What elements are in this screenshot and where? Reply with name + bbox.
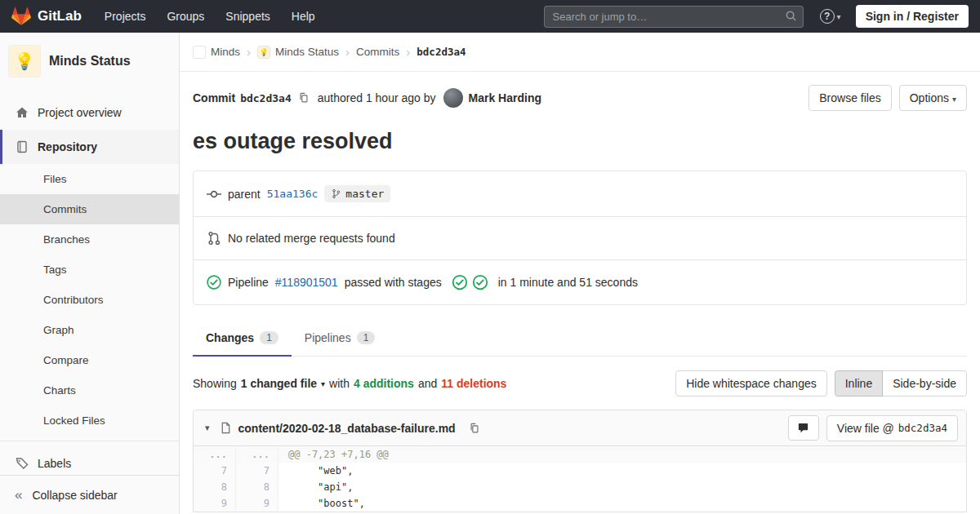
merge-request-icon [207,231,221,246]
comment-icon [797,422,809,434]
sidebar-item-repository[interactable]: Repository [0,130,179,164]
chevron-right-icon: › [345,45,350,59]
new-line-number[interactable]: 9 [236,495,278,512]
main-area: Minds › 💡 Minds Status › Commits › bdc2d… [180,0,980,512]
brand-name: GitLab [38,8,82,24]
sidebar-subitem-charts[interactable]: Charts [0,375,179,405]
tab-pipelines[interactable]: Pipelines 1 [292,321,389,357]
file-icon [220,422,232,434]
sidebar-subitem-graph[interactable]: Graph [0,315,179,345]
commit-actions: Browse files Options▾ [808,85,967,111]
commit-meta-row: Commit bdc2d3a4 authored 1 hour ago by M… [193,85,967,111]
tab-label: Changes [206,331,254,344]
new-line-number[interactable]: 8 [236,479,278,495]
sidebar-subitem-contributors[interactable]: Contributors [0,285,179,315]
diff-context-line: 7 7 "web", [194,463,966,479]
diff-view-controls: Hide whitespace changes Inline Side-by-s… [675,370,967,397]
commit-sha: bdc2d3a4 [240,92,292,104]
sidebar-subitem-commits[interactable]: Commits [0,194,179,224]
commit-icon [207,187,221,202]
diff-file-header: ▾ content/2020-02-18_database-failure.md… [194,410,966,446]
old-line-number[interactable]: 9 [194,495,236,512]
breadcrumb-current-sha: bdc2d3a4 [416,46,466,58]
new-line-number: ... [236,446,278,463]
branch-badge[interactable]: master [324,185,390,202]
diff-file-path[interactable]: content/2020-02-18_database-failure.md [238,422,456,435]
diff-hunk-line: ... ... @@ -7,23 +7,16 @@ [194,446,966,463]
branch-name: master [345,188,384,200]
parent-sha-link[interactable]: 51aa136c [267,188,318,200]
breadcrumb-minds[interactable]: Minds [193,46,240,59]
home-icon [16,106,29,119]
sidebar-subitem-tags[interactable]: Tags [0,255,179,285]
global-search [544,6,804,28]
sidebar-subitem-files[interactable]: Files [0,164,179,194]
side-by-side-view-button[interactable]: Side-by-side [882,370,967,397]
no-merge-requests-text: No related merge requests found [228,232,395,245]
new-line-number[interactable]: 7 [236,463,278,479]
sidebar-item-label: Project overview [38,106,122,119]
changed-files-dropdown[interactable]: 1 changed file [241,377,317,390]
navbar-links: Projects Groups Snippets Help [105,10,315,23]
project-avatar[interactable]: 💡 [8,45,41,78]
pipeline-success-icon[interactable] [207,275,221,290]
search-input[interactable] [544,6,804,28]
nav-link-help[interactable]: Help [292,10,315,23]
inline-view-button[interactable]: Inline [835,370,883,397]
old-line-number: ... [194,446,236,463]
collapse-sidebar-button[interactable]: « Collapse sidebar [0,475,179,514]
old-line-number[interactable]: 8 [194,479,236,495]
diff-file-card: ▾ content/2020-02-18_database-failure.md… [193,410,967,512]
view-file-button[interactable]: View file @ bdc2d3a4 [826,415,958,441]
commit-tabs: Changes 1 Pipelines 1 [193,321,967,357]
help-dropdown[interactable]: ? ▾ [820,9,841,24]
nav-link-projects[interactable]: Projects [105,10,146,23]
sidebar-subitem-locked-files[interactable]: Locked Files [0,405,179,436]
project-name[interactable]: Minds Status [49,54,131,69]
nav-link-snippets[interactable]: Snippets [225,10,270,23]
authored-text: authored 1 hour ago by [318,91,436,104]
pipeline-id-link[interactable]: #118901501 [275,276,338,289]
gitlab-logo[interactable]: GitLab [11,7,82,26]
sidebar-subitem-compare[interactable]: Compare [0,345,179,375]
author-avatar[interactable] [443,88,463,108]
author-name[interactable]: Mark Harding [469,91,541,104]
search-icon[interactable] [785,10,797,24]
old-line-number[interactable]: 7 [194,463,236,479]
copy-sha-icon[interactable] [298,92,310,104]
diff-mode-toggle: Inline Side-by-side [835,370,967,397]
sidebar-subitem-branches[interactable]: Branches [0,224,179,255]
stage-success-icon[interactable] [472,274,488,290]
showing-label: Showing [193,377,237,390]
toggle-comments-button[interactable] [788,415,819,441]
pipeline-row: Pipeline #118901501 passed with stages i… [194,260,966,304]
nav-link-groups[interactable]: Groups [167,10,204,23]
tab-changes[interactable]: Changes 1 [193,321,292,357]
breadcrumb-minds-status[interactable]: 💡 Minds Status [257,46,339,59]
diff-body: ... ... @@ -7,23 +7,16 @@ 7 7 "web", 8 8… [194,446,966,512]
chevron-down-icon[interactable]: ▾ [321,379,325,388]
sign-in-button[interactable]: Sign in / Register [856,5,969,28]
top-navbar: GitLab Projects Groups Snippets Help ? ▾… [0,0,980,33]
sidebar-divider [0,441,179,441]
diff-stats: Showing 1 changed file ▾ with 4 addition… [193,377,506,390]
diff-file-actions: View file @ bdc2d3a4 [788,415,958,441]
with-label: with [329,377,350,390]
commit-label: Commit [193,91,235,104]
chevron-right-icon: › [247,45,251,59]
sidebar-item-project-overview[interactable]: Project overview [0,95,179,130]
browse-files-button[interactable]: Browse files [808,85,891,111]
parent-row: parent 51aa136c master [194,171,966,217]
project-sidebar: 💡 Minds Status Project overview Reposito… [0,33,180,514]
hide-whitespace-button[interactable]: Hide whitespace changes [675,370,827,397]
breadcrumb-label: Minds Status [275,46,339,58]
chevron-right-icon: › [406,45,410,59]
collapse-diff-icon[interactable]: ▾ [202,423,213,433]
breadcrumb-commits[interactable]: Commits [356,46,399,58]
copy-file-path-icon[interactable] [469,423,480,434]
options-dropdown-button[interactable]: Options▾ [899,85,967,111]
changes-count-badge: 1 [260,331,278,344]
collapse-sidebar-label: Collapse sidebar [32,489,117,502]
stage-success-icon[interactable] [452,274,468,290]
branch-icon [331,188,341,199]
